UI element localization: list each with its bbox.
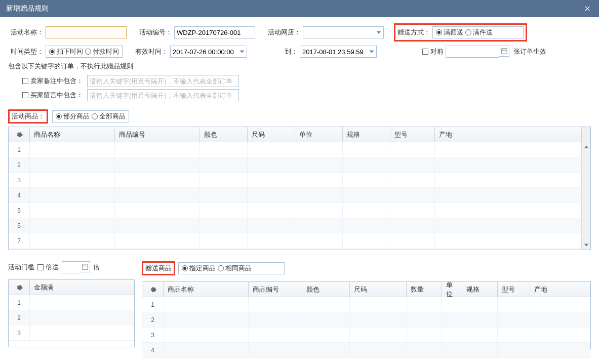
- col-header-size[interactable]: 尺码: [248, 127, 295, 142]
- table-cell[interactable]: [343, 188, 390, 203]
- col-header-name[interactable]: 商品名称: [164, 282, 249, 297]
- table-cell[interactable]: [248, 203, 295, 218]
- col-header-name[interactable]: 商品名称: [30, 127, 115, 142]
- col-header-size[interactable]: 尺码: [350, 282, 407, 297]
- table-cell[interactable]: [295, 188, 343, 203]
- table-cell[interactable]: [30, 326, 134, 340]
- activity-name-input[interactable]: [46, 26, 127, 38]
- table-cell[interactable]: [343, 142, 390, 157]
- table-cell[interactable]: [30, 218, 115, 233]
- table-cell[interactable]: [462, 297, 498, 312]
- radio-specified-goods[interactable]: 指定商品: [182, 264, 216, 273]
- table-cell[interactable]: [295, 157, 343, 172]
- table-cell[interactable]: [442, 312, 462, 327]
- gear-header[interactable]: [142, 282, 164, 297]
- radio-count-gift[interactable]: 满件送: [465, 28, 493, 37]
- table-row[interactable]: 2: [9, 310, 134, 326]
- col-header-code[interactable]: 商品编号: [249, 282, 302, 297]
- table-cell[interactable]: [435, 157, 590, 172]
- chevron-down-icon[interactable]: [237, 46, 247, 57]
- col-header-model[interactable]: 型号: [498, 282, 530, 297]
- table-cell[interactable]: [435, 203, 590, 218]
- table-cell[interactable]: [248, 188, 295, 203]
- table-row[interactable]: 3: [142, 328, 590, 343]
- radio-partial-goods[interactable]: 部分商品: [56, 112, 90, 121]
- table-cell[interactable]: [302, 343, 350, 357]
- col-header-origin[interactable]: 产地: [530, 282, 590, 297]
- table-cell[interactable]: [302, 328, 350, 342]
- table-cell[interactable]: [200, 142, 248, 157]
- table-cell[interactable]: [407, 328, 442, 342]
- activity-goods-radio-group[interactable]: 部分商品 全部商品: [52, 110, 129, 123]
- table-cell[interactable]: [30, 188, 115, 203]
- seller-note-checkbox[interactable]: 卖家备注中包含：: [22, 76, 83, 86]
- table-cell[interactable]: [248, 173, 295, 187]
- table-row[interactable]: 1: [9, 295, 134, 310]
- table-cell[interactable]: [435, 188, 590, 203]
- chevron-down-icon[interactable]: [367, 46, 376, 57]
- table-cell[interactable]: [442, 297, 462, 312]
- table-row[interactable]: 2: [9, 157, 590, 173]
- time-type-radio-group[interactable]: 拍下时间 付款时间: [46, 46, 123, 58]
- col-header-model[interactable]: 型号: [390, 127, 435, 142]
- table-cell[interactable]: [530, 343, 590, 357]
- table-cell[interactable]: [435, 233, 590, 248]
- col-header-amount[interactable]: 金额满: [30, 280, 134, 295]
- table-cell[interactable]: [343, 233, 390, 248]
- table-cell[interactable]: [530, 297, 590, 312]
- vertical-scrollbar[interactable]: [581, 142, 590, 250]
- table-cell[interactable]: [350, 328, 407, 342]
- table-cell[interactable]: [435, 173, 590, 187]
- table-cell[interactable]: [164, 343, 249, 357]
- table-cell[interactable]: [164, 328, 249, 342]
- table-cell[interactable]: [350, 312, 407, 327]
- table-cell[interactable]: [498, 343, 530, 357]
- table-cell[interactable]: [200, 203, 248, 218]
- table-cell[interactable]: [498, 312, 530, 327]
- table-cell[interactable]: [248, 233, 295, 248]
- table-cell[interactable]: [30, 203, 115, 218]
- table-cell[interactable]: [115, 203, 200, 218]
- valid-from-input[interactable]: [170, 46, 247, 58]
- col-header-color[interactable]: 颜色: [302, 282, 350, 297]
- table-cell[interactable]: [350, 343, 407, 357]
- table-cell[interactable]: [200, 188, 248, 203]
- table-cell[interactable]: [462, 328, 498, 342]
- table-row[interactable]: 4: [142, 343, 590, 358]
- table-cell[interactable]: [407, 312, 442, 327]
- table-cell[interactable]: [30, 310, 134, 325]
- multiply-checkbox[interactable]: 倍送: [37, 263, 59, 272]
- table-cell[interactable]: [390, 233, 435, 248]
- table-cell[interactable]: [530, 328, 590, 342]
- table-cell[interactable]: [442, 343, 462, 357]
- table-cell[interactable]: [390, 218, 435, 233]
- gift-goods-radio-group[interactable]: 指定商品 相同商品: [178, 262, 285, 274]
- table-cell[interactable]: [30, 173, 115, 187]
- table-cell[interactable]: [407, 343, 442, 357]
- table-cell[interactable]: [200, 173, 248, 187]
- table-cell[interactable]: [442, 328, 462, 342]
- table-cell[interactable]: [295, 142, 343, 157]
- table-cell[interactable]: [530, 312, 590, 327]
- table-cell[interactable]: [115, 188, 200, 203]
- activity-shop-select[interactable]: [303, 26, 384, 38]
- table-cell[interactable]: [343, 157, 390, 172]
- radio-same-goods[interactable]: 相同商品: [218, 264, 252, 273]
- table-cell[interactable]: [343, 218, 390, 233]
- table-cell[interactable]: [435, 218, 590, 233]
- table-cell[interactable]: [248, 218, 295, 233]
- gift-method-radio-group[interactable]: 满额送 满件送: [432, 26, 524, 38]
- table-cell[interactable]: [498, 297, 530, 312]
- table-cell[interactable]: [302, 312, 350, 327]
- table-cell[interactable]: [164, 297, 249, 312]
- table-cell[interactable]: [30, 295, 134, 310]
- col-header-origin[interactable]: 产地: [435, 127, 581, 142]
- col-header-unit[interactable]: 单位: [295, 127, 343, 142]
- multiply-input[interactable]: [62, 261, 80, 273]
- table-cell[interactable]: [390, 157, 435, 172]
- gear-header[interactable]: [9, 280, 30, 295]
- scroll-up-button[interactable]: [582, 142, 590, 151]
- col-header-color[interactable]: 颜色: [200, 127, 248, 142]
- table-cell[interactable]: [462, 312, 498, 327]
- table-cell[interactable]: [390, 203, 435, 218]
